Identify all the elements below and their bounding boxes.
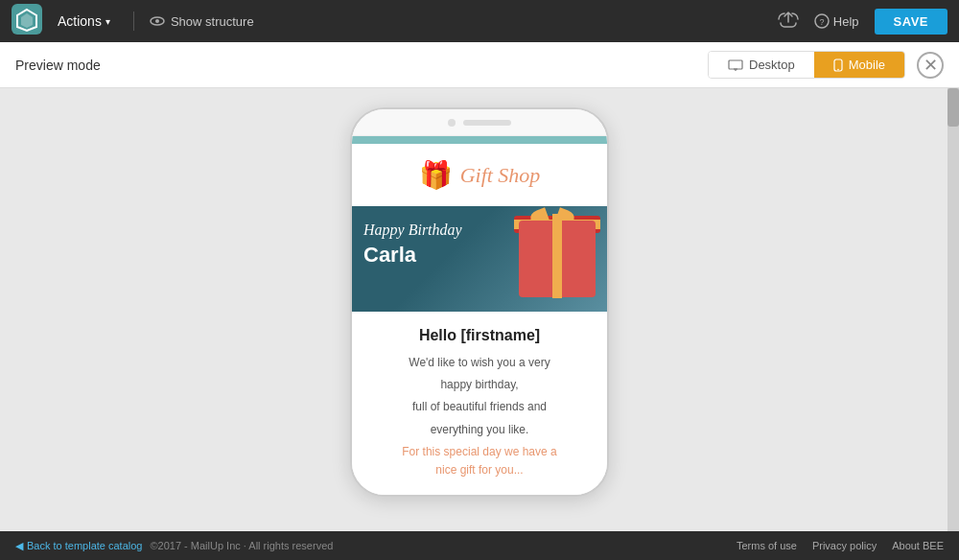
preview-bar: Preview mode Desktop Mobile ✕	[0, 42, 959, 88]
show-structure-label: Show structure	[171, 14, 254, 29]
email-header-teal	[352, 136, 607, 144]
eye-icon	[150, 13, 165, 29]
topbar-separator	[133, 12, 134, 31]
save-label: SAVE	[894, 14, 928, 29]
svg-text:?: ?	[819, 17, 824, 27]
phone-camera	[448, 119, 456, 127]
actions-label: Actions	[58, 13, 102, 29]
email-body-line5: For this special day we have a	[367, 443, 592, 461]
footer-bar: ◀ Back to template catalog ©2017 - MailU…	[0, 531, 959, 560]
gift-shop-icon: 🎁	[419, 159, 453, 191]
upload-button[interactable]	[778, 11, 799, 33]
svg-point-11	[837, 68, 839, 70]
gift-shop-logo-text: Gift Shop	[460, 163, 541, 188]
tab-mobile[interactable]: Mobile	[814, 52, 904, 78]
email-greeting: Hello [firstname]	[367, 327, 592, 344]
app-logo	[12, 4, 42, 38]
back-to-catalog-link[interactable]: Back to template catalog	[27, 540, 142, 551]
email-body-line3: full of beautiful friends and	[367, 398, 592, 416]
actions-button[interactable]: Actions ▾	[50, 10, 118, 33]
email-body: Hello [firstname] We'd like to wish you …	[352, 312, 607, 495]
close-icon: ✕	[924, 55, 938, 76]
phone-container: 🎁 Gift Shop Happy Birthday Carla	[0, 88, 959, 531]
scroll-track[interactable]	[947, 88, 959, 531]
phone-mockup: 🎁 Gift Shop Happy Birthday Carla	[350, 107, 609, 497]
scroll-thumb[interactable]	[947, 88, 959, 127]
about-bee-link[interactable]: About BEE	[892, 540, 944, 551]
gift-ribbon-vertical	[552, 214, 562, 298]
mobile-icon	[833, 58, 843, 72]
email-logo-area: 🎁 Gift Shop	[352, 144, 607, 206]
save-button[interactable]: SAVE	[875, 9, 947, 35]
terms-of-use-link[interactable]: Terms of use	[737, 540, 797, 551]
main-area: 🎁 Gift Shop Happy Birthday Carla	[0, 88, 959, 531]
hero-line1: Happy Birthday	[363, 222, 462, 239]
topbar-right: ? Help SAVE	[778, 9, 947, 35]
topbar: Actions ▾ Show structure ? Help	[0, 0, 959, 42]
email-hero: Happy Birthday Carla	[352, 206, 607, 312]
hero-text-overlay: Happy Birthday Carla	[363, 222, 462, 268]
close-preview-button[interactable]: ✕	[917, 52, 944, 79]
help-label: Help	[833, 14, 859, 29]
preview-tabs: Desktop Mobile	[708, 51, 905, 79]
email-body-line1: We'd like to wish you a very	[367, 354, 592, 372]
email-body-line6: nice gift for you...	[367, 461, 592, 479]
preview-mode-label: Preview mode	[15, 58, 101, 73]
phone-top-bar	[352, 109, 607, 136]
tab-desktop[interactable]: Desktop	[709, 52, 814, 78]
svg-point-4	[155, 19, 159, 23]
back-arrow-icon: ◀	[15, 540, 23, 552]
desktop-tab-label: Desktop	[749, 58, 795, 72]
mobile-tab-label: Mobile	[849, 58, 885, 72]
email-body-line4: everything you like.	[367, 421, 592, 439]
email-content: 🎁 Gift Shop Happy Birthday Carla	[352, 136, 607, 495]
show-structure-button[interactable]: Show structure	[150, 13, 254, 29]
chevron-down-icon: ▾	[105, 16, 110, 27]
footer-left: ◀ Back to template catalog ©2017 - MailU…	[15, 540, 333, 552]
svg-rect-7	[729, 60, 742, 69]
desktop-icon	[728, 59, 743, 71]
help-icon: ?	[814, 13, 830, 29]
phone-speaker	[463, 120, 511, 126]
help-button[interactable]: ? Help	[814, 13, 859, 29]
email-body-line2: happy birthday,	[367, 376, 592, 394]
privacy-policy-link[interactable]: Privacy policy	[812, 540, 877, 551]
hero-line2: Carla	[363, 243, 462, 268]
footer-right: Terms of use Privacy policy About BEE	[737, 540, 944, 551]
footer-copyright: ©2017 - MailUp Inc · All rights reserved	[150, 540, 333, 551]
